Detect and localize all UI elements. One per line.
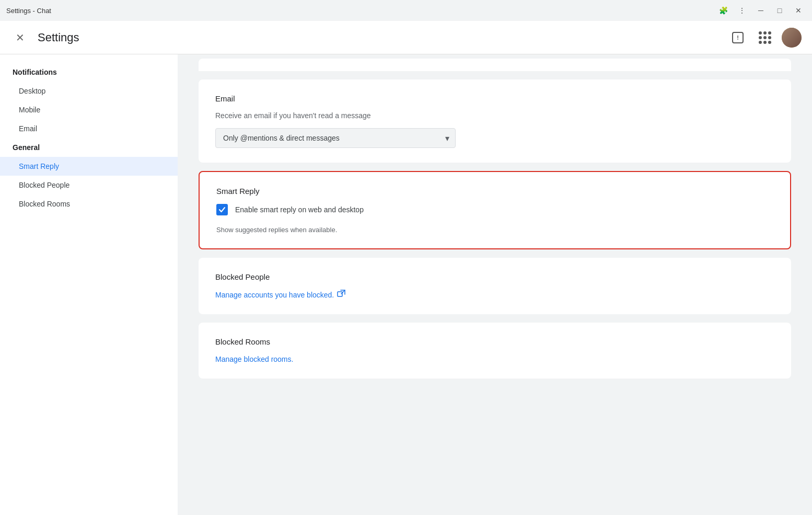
- settings-content: Email Receive an email if you haven't re…: [178, 54, 812, 515]
- blocked-people-title: Blocked People: [215, 272, 774, 281]
- header-left: ✕ Settings: [10, 28, 79, 47]
- app-header: ✕ Settings !: [0, 21, 812, 54]
- chat-bubble-icon: !: [732, 32, 744, 43]
- sidebar-item-desktop[interactable]: Desktop: [0, 82, 178, 100]
- app-title: Settings - Chat: [6, 7, 51, 15]
- main-layout: Notifications Desktop Mobile Email Gener…: [0, 54, 812, 515]
- sidebar-section-general[interactable]: General: [0, 138, 178, 157]
- sidebar-item-blocked-people[interactable]: Blocked People: [0, 176, 178, 194]
- smart-reply-card: Smart Reply Enable smart reply on web an…: [199, 171, 791, 249]
- smart-reply-card-title: Smart Reply: [216, 187, 773, 196]
- email-dropdown-wrapper: Only @mentions & direct messages All mes…: [215, 128, 456, 148]
- smart-reply-checkbox[interactable]: [216, 204, 228, 215]
- grid-icon: [759, 31, 771, 44]
- email-card-title: Email: [215, 94, 774, 103]
- close-settings-button[interactable]: ✕: [10, 28, 29, 47]
- minimize-button[interactable]: ─: [753, 3, 768, 18]
- maximize-button[interactable]: □: [772, 3, 787, 18]
- sidebar-item-smart-reply[interactable]: Smart Reply: [0, 157, 178, 176]
- sidebar-item-blocked-rooms[interactable]: Blocked Rooms: [0, 194, 178, 213]
- puzzle-icon-button[interactable]: 🧩: [716, 3, 730, 18]
- titlebar: Settings - Chat 🧩 ⋮ ─ □ ✕: [0, 0, 812, 21]
- external-link-icon: [337, 290, 345, 300]
- more-options-button[interactable]: ⋮: [735, 3, 749, 18]
- titlebar-controls: 🧩 ⋮ ─ □ ✕: [716, 3, 806, 18]
- smart-reply-hint: Show suggested replies when available.: [216, 226, 773, 234]
- blocked-rooms-card: Blocked Rooms Manage blocked rooms.: [199, 323, 791, 379]
- sidebar-item-email[interactable]: Email: [0, 119, 178, 138]
- smart-reply-checkbox-label: Enable smart reply on web and desktop: [235, 205, 364, 214]
- manage-blocked-rooms-link[interactable]: Manage blocked rooms.: [215, 355, 293, 363]
- manage-blocked-rooms-text: Manage blocked rooms.: [215, 355, 293, 363]
- header-right: !: [727, 27, 802, 48]
- titlebar-left: Settings - Chat: [6, 7, 51, 15]
- email-card: Email Receive an email if you haven't re…: [199, 79, 791, 163]
- smart-reply-checkbox-row: Enable smart reply on web and desktop: [216, 204, 773, 215]
- sidebar-section-notifications[interactable]: Notifications: [0, 63, 178, 82]
- manage-blocked-accounts-link[interactable]: Manage accounts you have blocked.: [215, 290, 345, 300]
- email-frequency-select[interactable]: Only @mentions & direct messages All mes…: [215, 128, 456, 148]
- page-title: Settings: [38, 31, 79, 44]
- sidebar: Notifications Desktop Mobile Email Gener…: [0, 54, 178, 515]
- manage-blocked-accounts-text: Manage accounts you have blocked.: [215, 291, 334, 299]
- user-avatar[interactable]: [782, 28, 802, 48]
- open-external-icon: [337, 290, 345, 298]
- sidebar-item-mobile[interactable]: Mobile: [0, 100, 178, 119]
- blocked-rooms-title: Blocked Rooms: [215, 337, 774, 346]
- blocked-people-card: Blocked People Manage accounts you have …: [199, 258, 791, 314]
- svg-rect-0: [338, 292, 342, 296]
- checkmark-icon: [218, 206, 226, 213]
- close-window-button[interactable]: ✕: [791, 3, 806, 18]
- apps-grid-button[interactable]: [755, 27, 775, 48]
- chat-icon-button[interactable]: !: [727, 27, 748, 48]
- partial-top-card: [199, 59, 791, 71]
- email-card-description: Receive an email if you haven't read a m…: [215, 111, 774, 120]
